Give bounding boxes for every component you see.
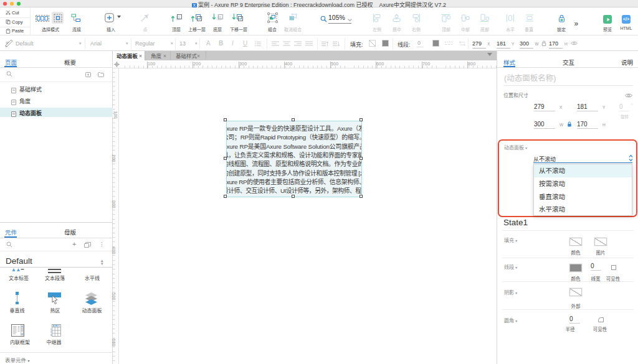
svg-text:3: 3 <box>50 334 52 337</box>
svg-text:A: A <box>53 324 55 327</box>
svg-text:B: B <box>55 324 57 327</box>
svg-text:C: C <box>59 324 60 327</box>
